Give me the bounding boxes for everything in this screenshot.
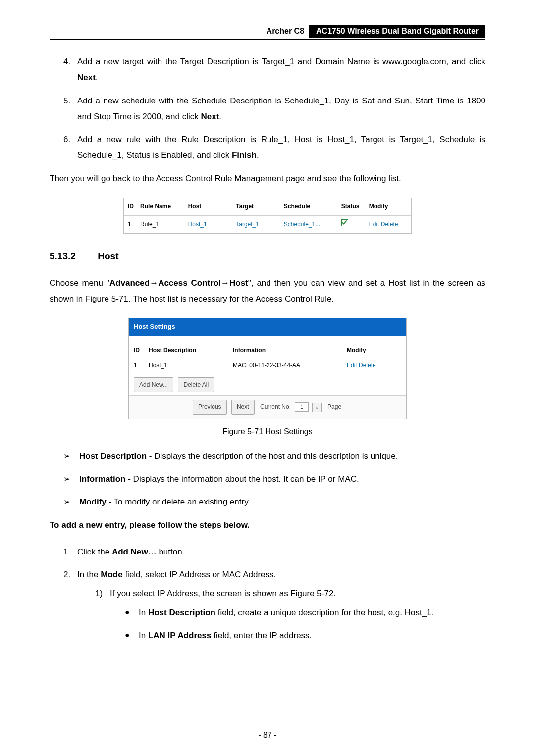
previous-button[interactable]: Previous: [193, 400, 227, 415]
host-settings-header: ID Host Description Information Modify: [134, 343, 401, 358]
target-link[interactable]: Target_1: [236, 221, 259, 228]
rule-mgmt-header: ID Rule Name Host Target Schedule Status…: [124, 198, 411, 216]
bullet-item: ● In Host Description field, create a un…: [125, 605, 485, 621]
step-item: 1. Click the Add New… button.: [63, 544, 485, 560]
arrow-item: ➢ Host Description - Displays the descri…: [63, 449, 485, 464]
page-dropdown[interactable]: ⌄: [312, 403, 322, 412]
steps-list-2: 1. Click the Add New… button. 2. In the …: [50, 544, 485, 644]
arrow-item: ➢ Modify - To modify or delete an existi…: [63, 494, 485, 510]
col-target: Target: [236, 201, 284, 212]
then-line: Then you will go back to the Access Cont…: [50, 171, 485, 187]
content: 4. Add a new target with the Target Desc…: [50, 54, 485, 743]
hcol-modify: Modify: [347, 345, 396, 356]
hcol-desc: Host Description: [149, 345, 233, 356]
edit-link[interactable]: Edit: [369, 221, 379, 228]
step-item: 4. Add a new target with the Target Desc…: [63, 54, 485, 86]
section-number: 5.13.2: [50, 248, 95, 265]
host-settings-nav: Previous Next Current No. 1 ⌄ Page: [129, 395, 406, 419]
col-status: Status: [341, 201, 369, 212]
bullet-item: ● In LAN IP Address field, enter the IP …: [125, 628, 485, 644]
host-settings-title: Host Settings: [129, 318, 406, 338]
sub-list: 1) If you select IP Address, the screen …: [77, 586, 485, 644]
arrow-text: To modify or delete an existing entry.: [111, 497, 250, 506]
add-new-button[interactable]: Add New...: [134, 377, 173, 393]
rule-mgmt-table: ID Rule Name Host Target Schedule Status…: [123, 198, 412, 234]
rule-mgmt-row: 1 Rule_1 Host_1 Target_1 Schedule_1... E…: [124, 216, 411, 233]
cell-id: 1: [128, 219, 140, 230]
hcell-modify: Edit Delete: [347, 360, 396, 371]
host-delete-link[interactable]: Delete: [359, 362, 376, 369]
current-no-label: Current No.: [260, 403, 291, 410]
step-text: Add a new target with the Target Descrip…: [77, 57, 485, 82]
arrow-icon: ➢: [63, 471, 70, 487]
arrow-item: ➢ Information - Displays the information…: [63, 471, 485, 487]
hcell-info: MAC: 00-11-22-33-44-AA: [233, 360, 347, 371]
step-item: 2. In the Mode field, select IP Address …: [63, 567, 485, 644]
col-schedule: Schedule: [284, 201, 341, 212]
bullet-icon: ●: [125, 605, 130, 620]
schedule-link[interactable]: Schedule_1...: [284, 221, 320, 228]
hcell-id: 1: [134, 360, 149, 371]
cell-target: Target_1: [236, 219, 284, 230]
step-text: Add a new rule with the Rule Description…: [77, 135, 485, 160]
header-title: AC1750 Wireless Dual Band Gigabit Router: [309, 25, 485, 38]
step-text: In the Mode field, select IP Address or …: [77, 570, 276, 579]
page-label: Page: [327, 403, 341, 410]
status-check-icon: [341, 219, 348, 226]
arrow-bold: Modify -: [79, 497, 111, 506]
step-item: 5. Add a new schedule with the Schedule …: [63, 93, 485, 125]
steps-list: 4. Add a new target with the Target Desc…: [50, 54, 485, 164]
hcell-desc: Host_1: [149, 360, 233, 371]
host-settings-panel: Host Settings ID Host Description Inform…: [128, 318, 407, 419]
host-link[interactable]: Host_1: [188, 221, 207, 228]
arrow-icon: ➢: [63, 494, 70, 510]
step-item: 6. Add a new rule with the Rule Descript…: [63, 132, 485, 164]
host-settings-buttons: Add New... Delete All: [134, 377, 401, 393]
host-settings-body: ID Host Description Information Modify 1…: [129, 338, 406, 395]
page-header: Archer C8 AC1750 Wireless Dual Band Giga…: [50, 25, 485, 40]
step-number: 5.: [63, 93, 70, 109]
step-number: 1.: [63, 544, 70, 560]
cell-schedule: Schedule_1...: [284, 219, 341, 230]
col-id: ID: [128, 201, 140, 212]
col-rule-name: Rule Name: [140, 201, 188, 212]
add-entry-heading: To add a new entry, please follow the st…: [50, 517, 485, 533]
step-text: Add a new schedule with the Schedule Des…: [77, 96, 485, 121]
col-host: Host: [188, 201, 236, 212]
col-modify: Modify: [369, 201, 407, 212]
arrow-list: ➢ Host Description - Displays the descri…: [50, 449, 485, 510]
arrow-bold: Information -: [79, 474, 131, 484]
hcol-id: ID: [134, 345, 149, 356]
header-inner: Archer C8 AC1750 Wireless Dual Band Giga…: [50, 25, 485, 38]
host-intro: Choose menu "Advanced→Access Control→Hos…: [50, 275, 485, 307]
page-number: - 87 -: [50, 728, 485, 743]
cell-modify: Edit Delete: [369, 219, 407, 230]
sub-number: 1): [95, 586, 103, 602]
cell-status: [341, 219, 369, 230]
figure-caption: Figure 5-71 Host Settings: [50, 424, 485, 439]
step-number: 4.: [63, 54, 70, 70]
step-text: Click the Add New… button.: [77, 547, 184, 556]
delete-all-button[interactable]: Delete All: [178, 377, 214, 393]
section-title: Host: [98, 251, 118, 261]
arrow-bold: Host Description -: [79, 452, 152, 461]
next-button[interactable]: Next: [231, 400, 255, 415]
arrow-icon: ➢: [63, 449, 70, 464]
host-settings-row: 1 Host_1 MAC: 00-11-22-33-44-AA Edit Del…: [134, 358, 401, 373]
bullet-icon: ●: [125, 628, 130, 643]
arrow-text: Displays the information about the host.…: [131, 474, 359, 484]
delete-link[interactable]: Delete: [381, 221, 398, 228]
sub-item: 1) If you select IP Address, the screen …: [95, 586, 485, 644]
step-number: 2.: [63, 567, 70, 583]
sub-text: If you select IP Address, the screen is …: [110, 589, 336, 598]
header-model: Archer C8: [267, 25, 309, 38]
page-root: Archer C8 AC1750 Wireless Dual Band Giga…: [50, 0, 485, 743]
host-edit-link[interactable]: Edit: [347, 362, 357, 369]
hcol-info: Information: [233, 345, 347, 356]
cell-host: Host_1: [188, 219, 236, 230]
arrow-text: Displays the description of the host and…: [152, 452, 398, 461]
step-number: 6.: [63, 132, 70, 148]
section-heading: 5.13.2 Host: [50, 248, 485, 265]
current-no-input[interactable]: 1: [295, 402, 309, 412]
bullet-list: ● In Host Description field, create a un…: [110, 605, 485, 644]
